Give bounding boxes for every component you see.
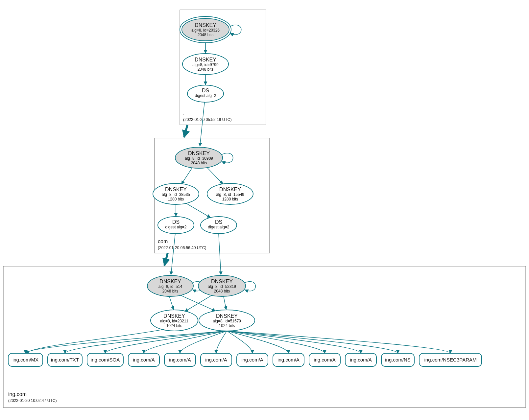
- svg-text:DNSKEY: DNSKEY: [216, 313, 238, 319]
- svg-text:digest alg=2: digest alg=2: [195, 93, 216, 98]
- svg-text:alg=8, id=514: alg=8, id=514: [158, 284, 182, 289]
- node-dom-zsk1: DNSKEY alg=8, id=23211 1024 bits: [151, 310, 198, 331]
- node-com-zsk2: DNSKEY alg=8, id=15549 1280 bits: [207, 183, 253, 204]
- svg-text:alg=8, id=15549: alg=8, id=15549: [216, 192, 244, 197]
- svg-text:DNSKEY: DNSKEY: [195, 22, 216, 28]
- edge-dom-ksk2-to-zsk1: [185, 295, 212, 312]
- svg-text:DNSKEY: DNSKEY: [195, 57, 216, 62]
- svg-text:alg=8, id=23211: alg=8, id=23211: [160, 319, 188, 323]
- edge-com-ksk-to-zsk2: [207, 168, 223, 184]
- node-com-ksk: DNSKEY alg=8, id=30909 2048 bits: [175, 147, 223, 168]
- edge-root-ksk-selfloop: [230, 25, 241, 35]
- svg-text:DNSKEY: DNSKEY: [211, 279, 233, 284]
- svg-text:2048 bits: 2048 bits: [198, 67, 214, 72]
- svg-text:alg=8, id=9799: alg=8, id=9799: [192, 62, 219, 67]
- svg-text:2048 bits: 2048 bits: [162, 289, 179, 293]
- svg-text:DS: DS: [202, 88, 209, 93]
- leaf-rrset-label: ing.com/A: [277, 357, 300, 362]
- svg-text:DS: DS: [215, 219, 222, 225]
- node-dom-zsk2: DNSKEY alg=8, id=51579 1024 bits: [199, 310, 255, 331]
- svg-text:DNSKEY: DNSKEY: [219, 187, 241, 192]
- zone-domain-label: ing.com: [8, 391, 27, 397]
- svg-text:alg=8, id=52319: alg=8, id=52319: [208, 284, 236, 289]
- svg-text:DNSKEY: DNSKEY: [159, 279, 181, 284]
- svg-text:2048 bits: 2048 bits: [214, 289, 230, 293]
- node-root-ds: DS digest alg=2: [187, 85, 224, 102]
- node-com-zsk1: DNSKEY alg=8, id=38535 1280 bits: [153, 183, 199, 204]
- edge-dom-zsk2-to-leaf: [227, 331, 289, 353]
- leaf-rrset-label: ing.com/A: [241, 357, 263, 362]
- zone-com-label: com: [158, 239, 168, 244]
- node-root-ksk: DNSKEY alg=8, id=20326 2048 bits: [180, 16, 231, 43]
- edge-dom-ksk2-selfloop: [245, 281, 255, 291]
- svg-text:1024 bits: 1024 bits: [166, 323, 182, 328]
- svg-text:alg=8, id=51579: alg=8, id=51579: [213, 319, 241, 323]
- edge-com-ds1-to-dom-ksk1: [171, 234, 175, 275]
- svg-text:1280 bits: 1280 bits: [168, 197, 184, 201]
- edge-root-to-com-delegation: [184, 125, 187, 137]
- svg-text:digest alg=2: digest alg=2: [208, 225, 229, 229]
- svg-text:1024 bits: 1024 bits: [219, 323, 235, 328]
- edge-dom-zsk1-to-leaf-mx: [26, 329, 165, 353]
- svg-text:DNSKEY: DNSKEY: [165, 187, 187, 192]
- zone-root-ts: (2022-01-20 05:52:19 UTC): [183, 117, 231, 122]
- node-root-zsk: DNSKEY alg=8, id=9799 2048 bits: [182, 54, 228, 75]
- leaf-rrset-label: ing.com/NS: [385, 357, 411, 362]
- edge-com-ksk-selfloop: [222, 153, 233, 163]
- leaf-rrset-label: ing.com/NSEC3PARAM: [424, 357, 477, 362]
- svg-text:2048 bits: 2048 bits: [191, 161, 207, 165]
- zone-domain-box: [3, 266, 526, 408]
- zone-domain-ts: (2022-01-20 10:02:47 UTC): [8, 398, 57, 403]
- edge-dom-zsk2-to-leaf: [227, 331, 325, 353]
- edge-root-ds-to-com-ksk: [200, 102, 204, 146]
- dnssec-graph: . (2022-01-20 05:52:19 UTC) com (2022-01…: [0, 0, 529, 420]
- leaf-rrset-label: ing.com/TXT: [51, 357, 79, 362]
- svg-text:2048 bits: 2048 bits: [198, 33, 214, 37]
- edge-com-zsk1-to-ds2: [186, 203, 210, 218]
- edge-dom-ksk1-to-zsk1: [169, 296, 174, 310]
- leaf-rrset-label: ing.com/A: [133, 357, 155, 362]
- edge-dom-ksk2-to-zsk2: [224, 296, 226, 310]
- edge-com-ds2-to-dom-ksk2: [219, 234, 221, 275]
- svg-text:DNSKEY: DNSKEY: [188, 151, 210, 156]
- svg-text:digest alg=2: digest alg=2: [165, 225, 186, 229]
- node-com-ds1: DS digest alg=2: [158, 217, 194, 234]
- svg-text:1280 bits: 1280 bits: [222, 197, 238, 201]
- svg-text:DS: DS: [172, 219, 180, 225]
- leaf-rrset-label: ing.com/A: [205, 357, 227, 362]
- edge-com-ksk-to-zsk1: [181, 168, 192, 184]
- zone-com-ts: (2022-01-20 06:56:40 UTC): [158, 245, 206, 250]
- edge-dom-ksk1-to-zsk2: [180, 295, 215, 311]
- node-dom-ksk1: DNSKEY alg=8, id=514 2048 bits: [147, 275, 193, 296]
- node-com-ds2: DS digest alg=2: [201, 217, 237, 234]
- edge-com-to-domain-delegation: [164, 253, 168, 266]
- svg-text:alg=8, id=38535: alg=8, id=38535: [162, 192, 190, 197]
- leaf-rrset-label: ing.com/A: [350, 357, 372, 362]
- svg-text:DNSKEY: DNSKEY: [163, 313, 185, 319]
- svg-text:alg=8, id=30909: alg=8, id=30909: [185, 156, 213, 161]
- node-dom-ksk2: DNSKEY alg=8, id=52319 2048 bits: [198, 275, 246, 296]
- leaf-rrset-label: ing.com/A: [314, 357, 336, 362]
- leaf-rrset-label: ing.com/SOA: [91, 357, 120, 362]
- zone-root-label: .: [183, 110, 184, 116]
- leaf-row: ing.com/MXing.com/TXTing.com/SOAing.com/…: [8, 353, 482, 366]
- svg-text:alg=8, id=20326: alg=8, id=20326: [191, 28, 220, 33]
- leaf-rrset-label: ing.com/A: [169, 357, 191, 362]
- leaf-rrset-label: ing.com/MX: [12, 357, 38, 362]
